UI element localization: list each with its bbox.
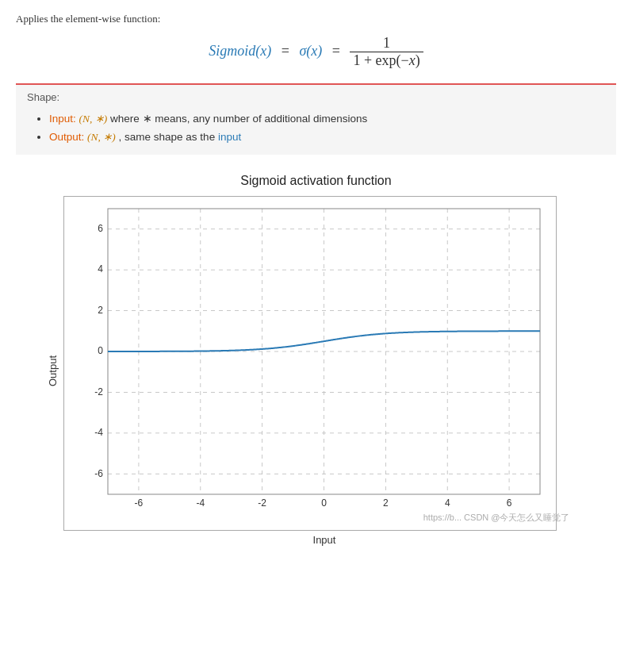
shape-section: Shape: Input: (N, ∗) where ∗ means, any … [16,83,616,155]
x-axis-label: Input [63,534,586,546]
output-description: , same shape as the [119,131,218,143]
shape-list: Input: (N, ∗) where ∗ means, any number … [27,112,605,144]
input-description: where ∗ means, any number of additional … [110,113,367,125]
input-math: (N, ∗) [79,113,108,125]
sigmoid-canvas [63,196,557,531]
y-axis-label: Output [47,355,59,386]
shape-label: Shape: [27,91,59,103]
input-link[interactable]: input [218,131,241,143]
output-math: (N, ∗) [87,131,116,143]
chart-title: Sigmoid activation function [47,174,586,188]
input-prefix: Input: [49,113,79,125]
list-item: Input: (N, ∗) where ∗ means, any number … [49,112,605,125]
watermark: https://b... CSDN @今天怎么又睡觉了 [423,512,570,524]
chart-wrap: Output Input [47,196,586,546]
output-prefix: Output: [49,131,87,143]
intro-text: Applies the element-wise function: [16,13,616,25]
chart-area: Input [63,196,586,546]
formula-display: Sigmoid(x) = σ(x) = 1 1 + exp(−x) [16,35,616,69]
list-item: Output: (N, ∗) , same shape as the input [49,130,605,144]
chart-container: Sigmoid activation function Output Input… [47,174,586,546]
